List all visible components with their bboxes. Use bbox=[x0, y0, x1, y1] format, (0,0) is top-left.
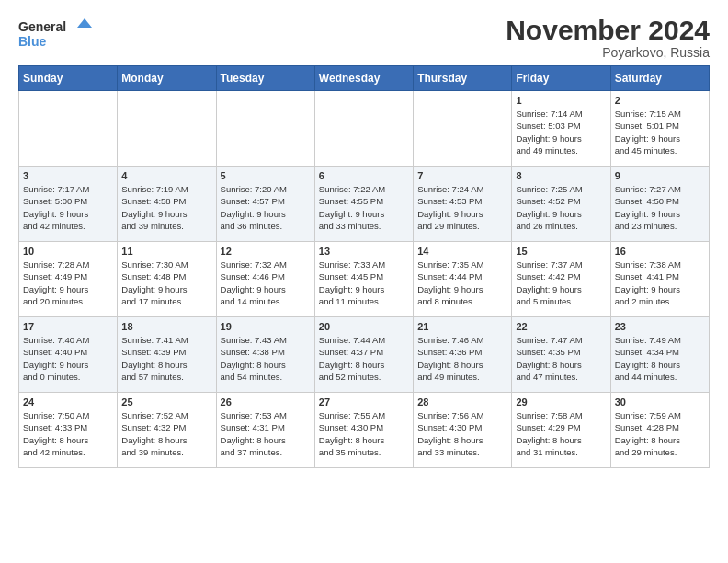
header: General Blue November 2024 Poyarkovo, Ru… bbox=[18, 15, 710, 60]
day-info: Sunrise: 7:32 AMSunset: 4:46 PMDaylight:… bbox=[221, 259, 311, 307]
col-tuesday: Tuesday bbox=[216, 66, 314, 91]
week-row-1: 3Sunrise: 7:17 AMSunset: 5:00 PMDaylight… bbox=[19, 167, 710, 242]
calendar-cell: 20Sunrise: 7:44 AMSunset: 4:37 PMDayligh… bbox=[314, 317, 413, 393]
calendar-cell: 18Sunrise: 7:41 AMSunset: 4:39 PMDayligh… bbox=[118, 317, 216, 393]
calendar-cell: 9Sunrise: 7:27 AMSunset: 4:50 PMDaylight… bbox=[610, 167, 709, 242]
calendar-cell: 7Sunrise: 7:24 AMSunset: 4:53 PMDaylight… bbox=[414, 167, 512, 242]
day-number: 7 bbox=[417, 170, 507, 181]
calendar-cell: 17Sunrise: 7:40 AMSunset: 4:40 PMDayligh… bbox=[19, 317, 118, 393]
day-info: Sunrise: 7:49 AMSunset: 4:34 PMDaylight:… bbox=[615, 334, 705, 383]
day-info: Sunrise: 7:53 AMSunset: 4:31 PMDaylight:… bbox=[221, 409, 311, 458]
day-info: Sunrise: 7:41 AMSunset: 4:39 PMDaylight:… bbox=[121, 334, 211, 383]
calendar-cell: 3Sunrise: 7:17 AMSunset: 5:00 PMDaylight… bbox=[19, 167, 118, 242]
calendar-cell: 28Sunrise: 7:56 AMSunset: 4:30 PMDayligh… bbox=[414, 393, 512, 468]
calendar-cell: 13Sunrise: 7:33 AMSunset: 4:45 PMDayligh… bbox=[314, 242, 413, 317]
day-number: 23 bbox=[615, 321, 705, 332]
day-number: 2 bbox=[615, 95, 705, 106]
calendar-cell: 26Sunrise: 7:53 AMSunset: 4:31 PMDayligh… bbox=[216, 393, 314, 468]
calendar-cell: 2Sunrise: 7:15 AMSunset: 5:01 PMDaylight… bbox=[610, 91, 709, 167]
calendar-cell: 10Sunrise: 7:28 AMSunset: 4:49 PMDayligh… bbox=[19, 242, 118, 317]
day-number: 5 bbox=[221, 170, 311, 181]
col-saturday: Saturday bbox=[610, 66, 709, 91]
day-number: 29 bbox=[516, 396, 606, 408]
day-number: 11 bbox=[121, 246, 211, 257]
day-number: 28 bbox=[417, 396, 507, 408]
calendar-cell: 23Sunrise: 7:49 AMSunset: 4:34 PMDayligh… bbox=[610, 317, 709, 393]
calendar-cell: 24Sunrise: 7:50 AMSunset: 4:33 PMDayligh… bbox=[19, 393, 118, 468]
day-info: Sunrise: 7:52 AMSunset: 4:32 PMDaylight:… bbox=[121, 409, 211, 458]
week-row-2: 10Sunrise: 7:28 AMSunset: 4:49 PMDayligh… bbox=[19, 242, 710, 317]
day-info: Sunrise: 7:19 AMSunset: 4:58 PMDaylight:… bbox=[121, 183, 211, 232]
day-info: Sunrise: 7:50 AMSunset: 4:33 PMDaylight:… bbox=[23, 409, 113, 458]
day-number: 1 bbox=[516, 95, 606, 106]
day-number: 13 bbox=[319, 246, 409, 257]
day-info: Sunrise: 7:38 AMSunset: 4:41 PMDaylight:… bbox=[615, 259, 705, 307]
day-info: Sunrise: 7:15 AMSunset: 5:01 PMDaylight:… bbox=[615, 108, 705, 156]
calendar-cell: 15Sunrise: 7:37 AMSunset: 4:42 PMDayligh… bbox=[512, 242, 610, 317]
svg-text:Blue: Blue bbox=[18, 34, 47, 49]
day-number: 8 bbox=[516, 170, 606, 181]
calendar-cell: 6Sunrise: 7:22 AMSunset: 4:55 PMDaylight… bbox=[314, 167, 413, 242]
day-number: 12 bbox=[221, 246, 311, 257]
calendar-cell: 19Sunrise: 7:43 AMSunset: 4:38 PMDayligh… bbox=[216, 317, 314, 393]
day-info: Sunrise: 7:22 AMSunset: 4:55 PMDaylight:… bbox=[319, 183, 409, 232]
day-number: 18 bbox=[121, 321, 211, 332]
calendar-cell: 8Sunrise: 7:25 AMSunset: 4:52 PMDaylight… bbox=[512, 167, 610, 242]
col-thursday: Thursday bbox=[414, 66, 512, 91]
day-number: 17 bbox=[23, 321, 113, 332]
day-number: 24 bbox=[23, 396, 113, 408]
day-info: Sunrise: 7:24 AMSunset: 4:53 PMDaylight:… bbox=[417, 183, 507, 232]
col-friday: Friday bbox=[512, 66, 610, 91]
day-info: Sunrise: 7:20 AMSunset: 4:57 PMDaylight:… bbox=[221, 183, 311, 232]
day-info: Sunrise: 7:44 AMSunset: 4:37 PMDaylight:… bbox=[319, 334, 409, 383]
logo: General Blue bbox=[18, 15, 92, 52]
day-number: 6 bbox=[319, 170, 409, 181]
day-number: 20 bbox=[319, 321, 409, 332]
day-info: Sunrise: 7:37 AMSunset: 4:42 PMDaylight:… bbox=[516, 259, 606, 307]
page-container: General Blue November 2024 Poyarkovo, Ru… bbox=[0, 0, 728, 477]
day-info: Sunrise: 7:35 AMSunset: 4:44 PMDaylight:… bbox=[417, 259, 507, 307]
day-number: 21 bbox=[417, 321, 507, 332]
day-info: Sunrise: 7:40 AMSunset: 4:40 PMDaylight:… bbox=[23, 334, 113, 383]
logo-icon: General Blue bbox=[18, 15, 92, 52]
day-number: 15 bbox=[516, 246, 606, 257]
day-info: Sunrise: 7:58 AMSunset: 4:29 PMDaylight:… bbox=[516, 409, 606, 458]
day-number: 30 bbox=[615, 396, 705, 408]
calendar-cell: 5Sunrise: 7:20 AMSunset: 4:57 PMDaylight… bbox=[216, 167, 314, 242]
calendar-cell: 22Sunrise: 7:47 AMSunset: 4:35 PMDayligh… bbox=[512, 317, 610, 393]
day-number: 3 bbox=[23, 170, 113, 181]
day-info: Sunrise: 7:25 AMSunset: 4:52 PMDaylight:… bbox=[516, 183, 606, 232]
calendar-cell: 25Sunrise: 7:52 AMSunset: 4:32 PMDayligh… bbox=[118, 393, 216, 468]
day-info: Sunrise: 7:30 AMSunset: 4:48 PMDaylight:… bbox=[121, 259, 211, 307]
calendar-cell bbox=[414, 91, 512, 167]
col-monday: Monday bbox=[118, 66, 216, 91]
calendar-cell: 11Sunrise: 7:30 AMSunset: 4:48 PMDayligh… bbox=[118, 242, 216, 317]
calendar-cell: 21Sunrise: 7:46 AMSunset: 4:36 PMDayligh… bbox=[414, 317, 512, 393]
day-info: Sunrise: 7:27 AMSunset: 4:50 PMDaylight:… bbox=[615, 183, 705, 232]
calendar-cell: 29Sunrise: 7:58 AMSunset: 4:29 PMDayligh… bbox=[512, 393, 610, 468]
day-info: Sunrise: 7:17 AMSunset: 5:00 PMDaylight:… bbox=[23, 183, 113, 232]
calendar-cell: 12Sunrise: 7:32 AMSunset: 4:46 PMDayligh… bbox=[216, 242, 314, 317]
day-info: Sunrise: 7:47 AMSunset: 4:35 PMDaylight:… bbox=[516, 334, 606, 383]
day-info: Sunrise: 7:14 AMSunset: 5:03 PMDaylight:… bbox=[516, 108, 606, 156]
calendar-cell bbox=[118, 91, 216, 167]
day-info: Sunrise: 7:59 AMSunset: 4:28 PMDaylight:… bbox=[615, 409, 705, 458]
calendar-cell: 1Sunrise: 7:14 AMSunset: 5:03 PMDaylight… bbox=[512, 91, 610, 167]
svg-text:General: General bbox=[18, 19, 66, 34]
day-number: 16 bbox=[615, 246, 705, 257]
day-info: Sunrise: 7:43 AMSunset: 4:38 PMDaylight:… bbox=[221, 334, 311, 383]
calendar-cell: 30Sunrise: 7:59 AMSunset: 4:28 PMDayligh… bbox=[610, 393, 709, 468]
header-row: Sunday Monday Tuesday Wednesday Thursday… bbox=[19, 66, 710, 91]
calendar-cell bbox=[216, 91, 314, 167]
calendar-table: Sunday Monday Tuesday Wednesday Thursday… bbox=[18, 65, 710, 468]
day-info: Sunrise: 7:46 AMSunset: 4:36 PMDaylight:… bbox=[417, 334, 507, 383]
day-info: Sunrise: 7:28 AMSunset: 4:49 PMDaylight:… bbox=[23, 259, 113, 307]
week-row-4: 24Sunrise: 7:50 AMSunset: 4:33 PMDayligh… bbox=[19, 393, 710, 468]
day-number: 14 bbox=[417, 246, 507, 257]
day-number: 9 bbox=[615, 170, 705, 181]
calendar-cell: 4Sunrise: 7:19 AMSunset: 4:58 PMDaylight… bbox=[118, 167, 216, 242]
svg-marker-2 bbox=[77, 18, 92, 28]
day-number: 25 bbox=[121, 396, 211, 408]
col-wednesday: Wednesday bbox=[314, 66, 413, 91]
day-info: Sunrise: 7:33 AMSunset: 4:45 PMDaylight:… bbox=[319, 259, 409, 307]
